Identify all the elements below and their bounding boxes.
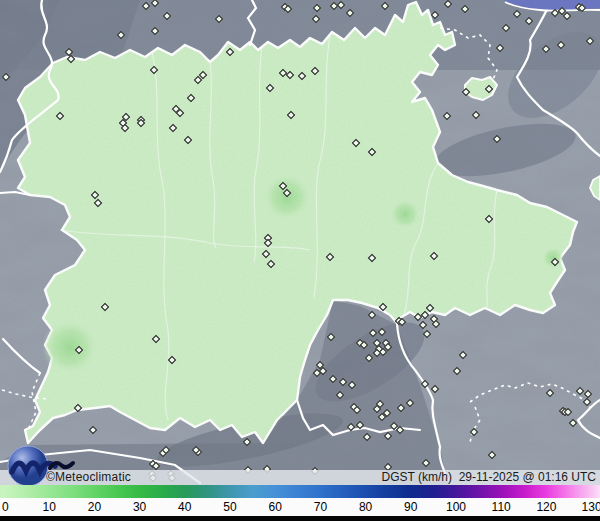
datetime-label: 29-11-2025 @ 01:16 UTC — [459, 470, 596, 484]
info-bar: ©Meteoclimatic DGST (km/h) 29-11-2025 @ … — [0, 470, 600, 485]
wind-gust-colorbar — [0, 485, 600, 498]
variable-label: DGST (km/h) — [382, 470, 452, 484]
colorbar-tick-label: 30 — [133, 499, 146, 515]
colorbar-tick-label: 130 — [582, 499, 600, 515]
weather-map-viewport: ©Meteoclimatic DGST (km/h) 29-11-2025 @ … — [0, 0, 600, 521]
colorbar-tick-label: 50 — [223, 499, 236, 515]
colorbar-tick-label: 20 — [88, 499, 101, 515]
colorbar-tick-label: 110 — [492, 499, 511, 515]
status-text: DGST (km/h) 29-11-2025 @ 01:16 UTC — [382, 470, 597, 485]
wind-gust-map-image — [0, 0, 600, 521]
colorbar-tick-label: 70 — [314, 499, 327, 515]
colorbar-tick-label: 60 — [269, 499, 282, 515]
colorbar-tick-row: 0102030405060708090100110120130 — [0, 498, 600, 516]
bottom-strip — [0, 516, 600, 521]
colorbar-tick-label: 100 — [446, 499, 466, 515]
colorbar-tick-label: 90 — [404, 499, 417, 515]
colorbar-tick-label: 0 — [2, 499, 9, 515]
colorbar-tick-label: 120 — [536, 499, 556, 515]
colorbar-tick-label: 10 — [43, 499, 56, 515]
colorbar-tick-label: 80 — [359, 499, 372, 515]
colorbar-tick-label: 40 — [178, 499, 191, 515]
